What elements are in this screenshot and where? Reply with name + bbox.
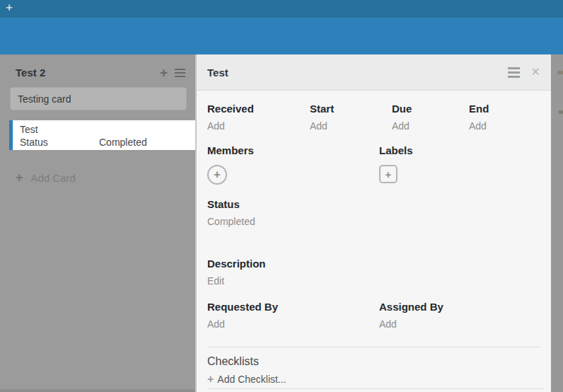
list-add-card-icon[interactable]: + <box>160 68 168 78</box>
card-field-label: Status <box>20 136 99 149</box>
date-add-link[interactable]: Add <box>310 120 392 132</box>
members-section: Members + <box>207 144 379 185</box>
add-checklist-button[interactable]: + Add Checklist... <box>207 373 540 386</box>
card-detail-header: Test ✕ <box>197 54 551 91</box>
card-detail-header-icons: ✕ <box>508 67 540 78</box>
clipped-card-fragment <box>559 110 563 114</box>
assigned-by-label: Assigned By <box>379 301 540 313</box>
add-board-icon[interactable]: + <box>6 1 13 15</box>
add-checklist-label: Add Checklist... <box>217 374 286 385</box>
checklists-label: Checklists <box>207 355 540 368</box>
labels-label: Labels <box>379 144 540 156</box>
hamburger-bar <box>175 72 185 74</box>
list-header: Test 2 + <box>7 54 194 79</box>
date-add-link[interactable]: Add <box>392 120 469 132</box>
plus-icon: + <box>214 168 220 181</box>
list-header-icons: + <box>160 68 185 78</box>
card-detail-title: Test <box>207 67 508 79</box>
assigned-by-add-link[interactable]: Add <box>379 318 540 330</box>
card-custom-field-row: Status Completed <box>20 136 198 149</box>
requested-by-add-link[interactable]: Add <box>207 318 379 330</box>
hamburger-bar <box>175 69 185 70</box>
date-field-start: Start Add <box>310 103 392 132</box>
list-column-test2: Test 2 + + Add Card <box>7 54 194 392</box>
description-label: Description <box>207 258 540 270</box>
date-field-end: End Add <box>469 103 540 132</box>
date-add-link[interactable]: Add <box>469 120 540 132</box>
card-test[interactable]: Test Status Completed <box>9 120 198 150</box>
horizontal-scrollbar[interactable] <box>0 389 195 392</box>
new-card-input[interactable] <box>10 87 187 110</box>
hamburger-bar <box>508 71 520 74</box>
plus-icon: + <box>207 373 214 386</box>
date-add-link[interactable]: Add <box>207 120 310 132</box>
close-icon[interactable]: ✕ <box>531 67 540 78</box>
board-header-bar <box>0 18 563 54</box>
card-title: Test <box>20 123 198 136</box>
card-detail-body: Received Add Start Add Due Add End Add <box>197 103 551 386</box>
clipped-list-column <box>551 54 563 392</box>
assigned-by-section: Assigned By Add <box>379 301 540 330</box>
hamburger-bar <box>508 67 520 69</box>
requested-by-label: Requested By <box>207 301 379 313</box>
dates-row: Received Add Start Add Due Add End Add <box>207 103 540 132</box>
status-section: Status Completed <box>207 198 540 227</box>
date-label: End <box>469 103 540 115</box>
add-card-button[interactable]: + Add Card <box>16 171 76 185</box>
date-label: Start <box>310 103 392 115</box>
date-label: Due <box>392 103 469 115</box>
card-menu-icon[interactable] <box>508 67 520 78</box>
date-field-due: Due Add <box>392 103 469 132</box>
divider <box>207 388 544 389</box>
requested-assigned-row: Requested By Add Assigned By Add <box>207 301 540 330</box>
top-navbar: + <box>0 0 563 18</box>
description-section: Description Edit <box>207 258 540 287</box>
card-field-value: Completed <box>99 136 147 149</box>
card-detail-panel: Test ✕ Received Add Start Add <box>195 54 551 392</box>
add-member-button[interactable]: + <box>207 165 227 185</box>
list-menu-icon[interactable] <box>175 69 185 77</box>
date-field-received: Received Add <box>207 103 310 132</box>
hamburger-bar <box>508 76 520 78</box>
labels-section: Labels + <box>379 144 540 185</box>
plus-icon: + <box>16 171 23 185</box>
members-label: Members <box>207 144 379 156</box>
status-label: Status <box>207 198 540 210</box>
hamburger-bar <box>175 76 185 77</box>
checklists-section: Checklists + Add Checklist... <box>207 347 540 386</box>
add-card-label: Add Card <box>31 172 76 184</box>
status-value[interactable]: Completed <box>207 216 540 227</box>
date-label: Received <box>207 103 310 115</box>
clipped-card-fragment <box>557 71 563 74</box>
list-title: Test 2 <box>16 67 160 79</box>
members-labels-row: Members + Labels + <box>207 144 540 185</box>
requested-by-section: Requested By Add <box>207 301 379 330</box>
description-edit-link[interactable]: Edit <box>207 275 540 287</box>
add-label-button[interactable]: + <box>379 165 397 183</box>
plus-icon: + <box>385 168 392 180</box>
board-canvas: Test 2 + + Add Card Test Status Complete… <box>0 54 563 392</box>
